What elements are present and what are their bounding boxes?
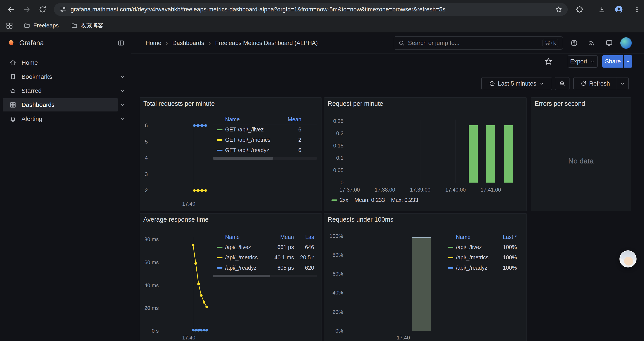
bookmark-items: Freeleaps收藏博客: [24, 22, 104, 30]
y-axis-tick: 0.1: [326, 155, 344, 161]
legend-value: 20.5 r: [294, 254, 314, 261]
legend-value: 646: [294, 244, 314, 250]
sidebar-item-alerting[interactable]: Alerting: [0, 112, 131, 126]
legend-col-name[interactable]: Name: [448, 234, 490, 240]
series-color-icon: [448, 267, 453, 269]
reload-icon[interactable]: [38, 5, 47, 14]
x-axis-tick: 17:40: [386, 334, 421, 341]
sidebar-item-home[interactable]: Home: [0, 56, 131, 70]
series-name[interactable]: /api/_/livez: [456, 244, 482, 250]
legend-table: NameMeanGET /api/_/livez6GET /api/_/metr…: [213, 115, 317, 160]
apps-grid-icon[interactable]: [6, 22, 13, 30]
panel-body: 80 ms60 ms40 ms20 ms0 s17:40NameMeanLas/…: [140, 213, 322, 341]
bar[interactable]: [504, 125, 513, 183]
url-text[interactable]: grafana.mathmast.com/d/deytv4rwavabkb/fr…: [70, 6, 551, 13]
legend-scrollbar-thumb[interactable]: [213, 157, 273, 160]
bar[interactable]: [486, 125, 495, 183]
series-name[interactable]: 2xx: [340, 197, 348, 203]
panel-body: 100%80%60%40%20%0%17:40NameLast */api/_/…: [324, 213, 526, 341]
grafana-logo[interactable]: [6, 38, 16, 47]
sidebar-item-dashboards[interactable]: Dashboards: [0, 98, 131, 112]
legend-scrollbar[interactable]: [213, 275, 317, 277]
chevron-down-icon[interactable]: [120, 88, 126, 94]
legend-row: /api/_/livez100%: [444, 242, 520, 252]
legend-row: GET /api/_/metrics2: [213, 135, 317, 145]
site-settings-icon[interactable]: [59, 6, 67, 13]
legend-col-name[interactable]: Name: [217, 116, 287, 123]
legend-scrollbar-thumb[interactable]: [213, 275, 270, 277]
series-name[interactable]: /api/_/livez: [225, 244, 251, 250]
profile-avatar-icon[interactable]: [613, 4, 624, 15]
chevron-down-icon[interactable]: [120, 116, 126, 122]
series-name[interactable]: GET /api/_/metrics: [225, 137, 270, 143]
series-color-icon: [332, 199, 337, 201]
legend-row: /api/_/metrics40.1 ms20.5 r: [213, 252, 317, 263]
y-axis-tick: 60%: [324, 270, 343, 277]
legend-col[interactable]: Mean: [261, 234, 294, 240]
panel-title[interactable]: Request per minute: [324, 98, 526, 110]
y-axis-tick: 0.05: [326, 167, 344, 174]
legend-col[interactable]: Mean: [287, 116, 302, 123]
legend-col[interactable]: Las: [294, 234, 314, 240]
series-name[interactable]: /api/_/metrics: [456, 254, 488, 261]
legend-value: 6: [287, 147, 302, 153]
y-axis-tick: 0.2: [326, 130, 344, 137]
legend-value: 100%: [490, 244, 517, 250]
panel-title[interactable]: Average response time: [140, 213, 322, 225]
sidebar-item-bookmarks[interactable]: Bookmarks: [0, 70, 131, 84]
y-axis-tick: 0.15: [326, 142, 344, 149]
bookmark-star-icon[interactable]: [555, 6, 562, 13]
gridline: [385, 120, 385, 183]
legend-header: NameMeanLas: [213, 232, 317, 242]
chevron-down-icon[interactable]: [120, 102, 126, 108]
legend-value: 6: [287, 126, 302, 133]
sidebar-item-label: Bookmarks: [22, 73, 52, 80]
series-name[interactable]: GET /api/_/livez: [225, 126, 264, 133]
forward-icon[interactable]: [22, 5, 32, 14]
panel-errors-per-second: Errors per secondNo data: [531, 97, 631, 211]
menu-kebab-icon[interactable]: [632, 5, 642, 14]
extensions-icon[interactable]: [575, 5, 584, 14]
url-bar[interactable]: grafana.mathmast.com/d/deytv4rwavabkb/fr…: [54, 3, 568, 16]
dock-menu-icon[interactable]: [118, 40, 124, 47]
legend-scrollbar[interactable]: [213, 157, 317, 160]
sidebar-item-starred[interactable]: Starred: [0, 84, 131, 98]
series-color-icon: [217, 139, 222, 141]
y-axis-tick: 100%: [324, 233, 343, 239]
bookmark-item[interactable]: 收藏博客: [71, 22, 104, 30]
bar[interactable]: [412, 237, 431, 331]
bar[interactable]: [469, 125, 478, 183]
panel-title[interactable]: Total requests per minute: [140, 98, 322, 110]
panel-request-per-minute: Request per minute0.250.20.150.10.05017:…: [324, 97, 527, 211]
bookmark-label: 收藏博客: [81, 22, 104, 30]
panel-title[interactable]: Errors per second: [531, 98, 631, 110]
x-axis-tick: 17:40: [171, 334, 206, 341]
legend-col[interactable]: Last *: [490, 234, 517, 240]
legend-col-name[interactable]: Name: [217, 234, 261, 240]
legend-row: /api/_/metrics100%: [444, 252, 520, 263]
series-name[interactable]: /api/_/readyz: [225, 265, 256, 271]
no-data-message: No data: [531, 98, 631, 211]
series-name-cell: GET /api/_/readyz: [217, 147, 287, 153]
panel-title[interactable]: Requests under 100ms: [324, 213, 526, 225]
panel-average-response-time: Average response time80 ms60 ms40 ms20 m…: [140, 213, 322, 341]
series-name-cell: GET /api/_/livez: [217, 126, 287, 133]
dashboards-icon: [10, 102, 16, 108]
bookmark-icon: [10, 74, 16, 80]
assistant-avatar-widget[interactable]: [620, 250, 636, 267]
main-content: Home›Dashboards›Freeleaps Metrics Dashbo…: [131, 33, 644, 341]
series-color-icon: [448, 247, 453, 248]
legend-table: NameLast */api/_/livez100%/api/_/metrics…: [444, 232, 520, 273]
series-name[interactable]: /api/_/metrics: [225, 254, 258, 261]
series-color-icon: [217, 267, 222, 269]
bookmark-item[interactable]: Freeleaps: [24, 22, 59, 29]
sidebar-item-label: Home: [22, 59, 38, 66]
avatar-face: [624, 257, 633, 265]
chevron-down-icon[interactable]: [120, 74, 126, 80]
series-name[interactable]: /api/_/readyz: [456, 265, 487, 271]
series-name[interactable]: GET /api/_/readyz: [225, 147, 269, 153]
series-color-icon: [217, 150, 222, 151]
downloads-icon[interactable]: [597, 5, 607, 14]
panel-body: 0.250.20.150.10.05017:37:0017:38:0017:39…: [324, 98, 526, 211]
back-icon[interactable]: [6, 5, 16, 14]
